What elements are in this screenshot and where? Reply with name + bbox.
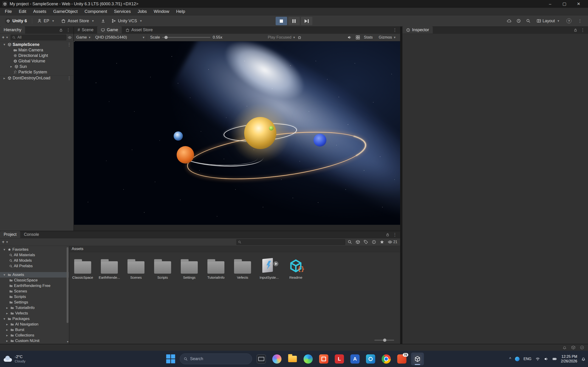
hierarchy-item-global-volume[interactable]: Global Volume — [0, 58, 73, 64]
asset-inputsystem[interactable]: InputSyste... — [260, 258, 278, 279]
favorite-all-materials[interactable]: All Materials — [0, 252, 69, 258]
favorite-all-models[interactable]: All Models — [0, 258, 69, 263]
menu-edit[interactable]: Edit — [15, 8, 30, 15]
scene-more-icon[interactable]: ⋮ — [66, 42, 73, 47]
game-viewport[interactable] — [74, 41, 400, 225]
tree-package-burst[interactable]: ▸ Burst — [0, 327, 69, 333]
battery-icon[interactable] — [552, 357, 557, 361]
search-icon[interactable] — [526, 19, 531, 23]
project-search-input[interactable] — [243, 240, 344, 244]
tab-project[interactable]: Project — [0, 231, 20, 238]
hierarchy-more-icon[interactable]: ⋮ — [65, 27, 72, 33]
play-button[interactable] — [276, 17, 287, 25]
package-filter-icon[interactable] — [355, 240, 360, 244]
asset-folder-settings[interactable]: Settings — [180, 258, 199, 279]
help-icon[interactable]: ? — [566, 18, 571, 23]
inspector-more-icon[interactable]: ⋮ — [579, 27, 586, 33]
tree-folder-scripts[interactable]: Scripts — [0, 294, 69, 300]
layout-dropdown[interactable]: Layout▾ — [536, 17, 561, 25]
hierarchy-add-button[interactable]: +▾ — [2, 35, 9, 40]
favorites-section[interactable]: ▾ Favorites — [0, 247, 69, 252]
tree-assets-root[interactable]: ▾ Assets — [0, 272, 69, 277]
wifi-icon[interactable] — [536, 357, 540, 361]
taskbar-teal-app[interactable] — [364, 352, 377, 365]
icon-size-slider[interactable] — [374, 340, 394, 341]
favorite-search-icon[interactable] — [380, 240, 384, 244]
asset-folder-vefects[interactable]: Vefects — [233, 258, 252, 279]
tree-package-ai-navigation[interactable]: ▸ AI Navigation — [0, 322, 69, 327]
tab-hierarchy[interactable]: Hierarchy — [0, 26, 25, 33]
resolution-dropdown[interactable]: QHD (2560x1440)▾ — [93, 34, 147, 41]
maximize-button[interactable]: ▢ — [557, 0, 571, 8]
project-add-button[interactable]: +▾ — [2, 240, 9, 245]
notifications-icon[interactable] — [581, 357, 586, 361]
lock-icon[interactable] — [386, 233, 389, 237]
taskbar-file-explorer[interactable] — [286, 352, 299, 365]
debug-icon[interactable] — [297, 35, 302, 40]
menu-jobs[interactable]: Jobs — [134, 8, 150, 15]
taskbar-blue-app[interactable]: A — [349, 352, 362, 365]
tree-folder-settings[interactable]: Settings — [0, 300, 69, 305]
tree-packages-root[interactable]: ▾ Packages — [0, 316, 69, 322]
alert-icon[interactable] — [372, 240, 376, 244]
tree-package-collections[interactable]: ▸ Collections — [0, 333, 69, 338]
tab-inspector[interactable]: Inspector — [402, 26, 433, 33]
menu-help[interactable]: Help — [173, 8, 189, 15]
tree-folder-classicspace[interactable]: ClassicSpace — [0, 277, 69, 283]
dontdestroy-more-icon[interactable]: ⋮ — [66, 76, 73, 81]
cloud-status-icon[interactable] — [580, 345, 584, 350]
display-dropdown[interactable]: Game▾ — [74, 34, 93, 41]
asset-folder-tutorialinfo[interactable]: TutorialInfo — [207, 258, 225, 279]
menu-component[interactable]: Component — [81, 8, 111, 15]
menu-assets[interactable]: Assets — [30, 8, 50, 15]
scale-slider[interactable] — [162, 37, 210, 38]
stats-button[interactable]: Stats — [364, 35, 373, 40]
mute-audio-icon[interactable] — [347, 35, 352, 40]
clock[interactable]: 12:25 PM 2/26/2026 — [561, 354, 577, 363]
menu-services[interactable]: Services — [111, 8, 134, 15]
tab-asset-store[interactable]: Asset Store — [122, 26, 156, 33]
lock-icon[interactable] — [573, 28, 578, 32]
asset-readme[interactable]: {} Readme — [287, 258, 305, 279]
hierarchy-search-input[interactable] — [17, 35, 65, 40]
asset-folder-earthrendering[interactable]: EarthRende... — [100, 258, 119, 279]
tab-scene[interactable]: # Scene — [74, 26, 97, 33]
tree-folder-scenes[interactable]: Scenes — [0, 289, 69, 294]
taskbar-copilot[interactable] — [271, 352, 284, 365]
asset-folder-scripts[interactable]: Scripts — [153, 258, 172, 279]
label-filter-icon[interactable] — [363, 240, 368, 244]
notifications-muted-icon[interactable] — [562, 345, 567, 350]
history-icon[interactable] — [516, 19, 521, 23]
start-button[interactable] — [164, 352, 177, 365]
weather-widget[interactable]: -2°C Cloudy — [3, 351, 26, 367]
hierarchy-search[interactable] — [10, 35, 66, 40]
taskbar-edge[interactable] — [302, 352, 315, 365]
vsync-grid-icon[interactable] — [355, 35, 360, 40]
taskbar-badge-app[interactable]: 78 — [396, 352, 408, 365]
hidden-icons-chevron[interactable]: ^ — [509, 357, 511, 361]
account-dropdown[interactable]: EP▾ — [35, 17, 57, 25]
taskbar-store[interactable] — [317, 352, 330, 365]
hierarchy-item-main-camera[interactable]: Main Camera — [0, 47, 73, 53]
game-more-icon[interactable]: ⋮ — [391, 27, 398, 33]
asset-store-dropdown[interactable]: Asset Store▾ — [59, 17, 97, 25]
volume-icon[interactable] — [544, 357, 548, 361]
taskbar-red-app[interactable]: L — [333, 352, 346, 365]
asset-folder-classicspace[interactable]: ClassicSpace — [73, 258, 92, 279]
open-search-window-icon[interactable] — [347, 240, 352, 244]
toolbar-more-icon[interactable]: ⋮ — [577, 18, 583, 23]
hierarchy-item-particle-system[interactable]: Particle System — [0, 69, 73, 75]
step-button[interactable] — [301, 17, 312, 25]
play-focused-dropdown[interactable]: Play Focused▾ — [266, 34, 297, 41]
menu-window[interactable]: Window — [150, 8, 173, 15]
dontdestroyonload-row[interactable]: ▸ DontDestroyOnLoad ⋮ — [0, 75, 73, 81]
scene-row[interactable]: ▾ SampleScene ⋮ — [0, 42, 73, 47]
pause-button[interactable] — [288, 17, 300, 25]
tree-scroll-down-icon[interactable]: ▾ — [67, 340, 69, 343]
close-button[interactable]: ✕ — [571, 0, 586, 8]
tree-folder-earthrendering[interactable]: EarthRendering Free — [0, 283, 69, 289]
gizmos-dropdown[interactable]: Gizmos▾ — [376, 34, 398, 41]
taskbar-chrome[interactable] — [380, 352, 393, 365]
tab-console[interactable]: Console — [20, 231, 43, 238]
lock-icon[interactable] — [59, 28, 63, 32]
